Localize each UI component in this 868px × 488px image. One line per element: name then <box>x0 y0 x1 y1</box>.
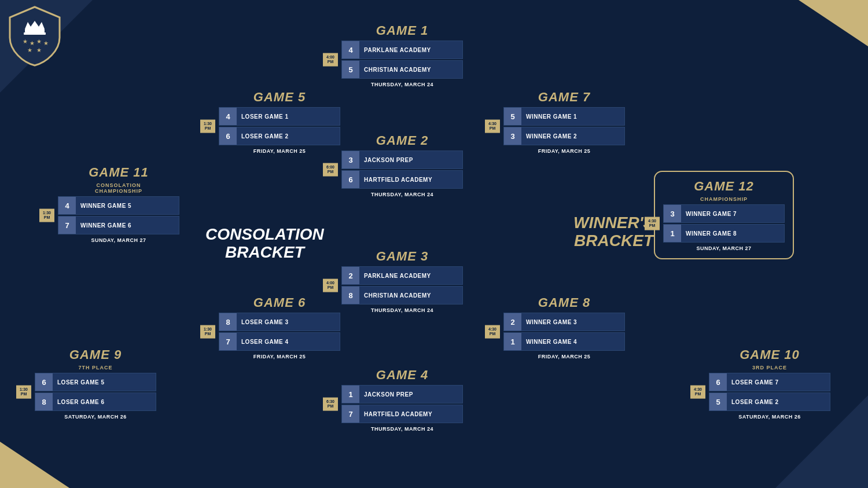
game4-title: GAME 4 <box>341 368 463 383</box>
game8-team2: 1 WINNER GAME 4 <box>503 332 625 351</box>
game10-team1: 6 LOSER GAME 7 <box>709 373 830 391</box>
game10-team2: 5 LOSER GAME 2 <box>709 392 830 411</box>
game11-title: GAME 11 <box>58 165 179 180</box>
game2-team1: 3 JACKSON PREP <box>341 151 463 169</box>
game7-block: GAME 7 4:30 PM 5 WINNER GAME 1 3 WINNER … <box>503 90 625 154</box>
game7-matchup: 4:30 PM 5 WINNER GAME 1 3 WINNER GAME 2 <box>503 107 625 145</box>
game5-title: GAME 5 <box>219 90 340 105</box>
game5-matchup: 1:30 PM 4 LOSER GAME 1 6 LOSER GAME 2 <box>219 107 340 145</box>
game3-time: 4:00 PM <box>323 279 338 292</box>
game9-team1: 6 LOSER GAME 5 <box>35 373 156 391</box>
game3-title: GAME 3 <box>341 249 463 264</box>
game3-team2: 8 CHRISTIAN ACADEMY <box>341 286 463 304</box>
game8-matchup: 4:30 PM 2 WINNER GAME 3 1 WINNER GAME 4 <box>503 313 625 351</box>
game12-team2: 1 WINNER GAME 8 <box>663 224 785 243</box>
game3-block: GAME 3 4:00 PM 2 PARKLANE ACADEMY 8 CHRI… <box>341 249 463 313</box>
game10-subtitle: 3RD PLACE <box>709 365 830 370</box>
game11-date: SUNDAY, MARCH 27 <box>58 237 179 243</box>
game7-team2: 3 WINNER GAME 2 <box>503 127 625 145</box>
game7-title: GAME 7 <box>503 90 625 105</box>
svg-rect-2 <box>24 32 46 35</box>
game3-team1: 2 PARKLANE ACADEMY <box>341 266 463 285</box>
game2-date: THURSDAY, MARCH 24 <box>341 192 463 197</box>
game11-matchup: 1:30 PM 4 WINNER GAME 5 7 WINNER GAME 6 <box>58 196 179 234</box>
game2-team2: 6 HARTFIELD ACADEMY <box>341 170 463 189</box>
game11-team1: 4 WINNER GAME 5 <box>58 196 179 215</box>
game9-team2: 8 LOSER GAME 6 <box>35 392 156 411</box>
svg-text:★: ★ <box>27 47 32 53</box>
game2-title: GAME 2 <box>341 133 463 148</box>
game12-subtitle: CHAMPIONSHIP <box>663 196 785 202</box>
winners-bracket-label: WINNER'SBRACKET <box>573 214 654 250</box>
svg-text:★: ★ <box>43 40 49 46</box>
game10-time: 4:30 PM <box>690 386 705 399</box>
game12-date: SUNDAY, MARCH 27 <box>663 245 785 251</box>
game8-title: GAME 8 <box>503 295 625 310</box>
game12-matchup: 4:30 PM 3 WINNER GAME 7 1 WINNER GAME 8 <box>663 204 785 243</box>
game5-block: GAME 5 1:30 PM 4 LOSER GAME 1 6 LOSER GA… <box>219 90 340 154</box>
game8-block: GAME 8 4:30 PM 2 WINNER GAME 3 1 WINNER … <box>503 295 625 359</box>
game12-time: 4:30 PM <box>645 217 660 230</box>
game5-team2: 6 LOSER GAME 2 <box>219 127 340 145</box>
game11-subtitle: CONSOLATION CHAMPIONSHIP <box>58 182 179 194</box>
game12-block: GAME 12 CHAMPIONSHIP 4:30 PM 3 WINNER GA… <box>654 171 794 259</box>
game10-date: SATURDAY, MARCH 26 <box>709 414 830 420</box>
game1-team1: 4 PARKLANE ACADEMY <box>341 41 463 59</box>
game5-date: FRIDAY, MARCH 25 <box>219 148 340 154</box>
corner-top-right <box>799 0 868 46</box>
svg-text:★: ★ <box>36 47 42 53</box>
game1-matchup: 4:00 PM 4 PARKLANE ACADEMY 5 CHRISTIAN A… <box>341 41 463 79</box>
game9-matchup: 1:30 PM 6 LOSER GAME 5 8 LOSER GAME 6 <box>35 373 156 411</box>
game6-team2: 7 LOSER GAME 4 <box>219 332 340 351</box>
game11-time: 1:30 PM <box>39 209 54 222</box>
game6-date: FRIDAY, MARCH 25 <box>219 354 340 359</box>
game2-matchup: 6:00 PM 3 JACKSON PREP 6 HARTFIELD ACADE… <box>341 151 463 189</box>
game8-date: FRIDAY, MARCH 25 <box>503 354 625 359</box>
game6-time: 1:30 PM <box>200 325 215 339</box>
game1-team2: 5 CHRISTIAN ACADEMY <box>341 60 463 79</box>
game9-block: GAME 9 7TH PLACE 1:30 PM 6 LOSER GAME 5 … <box>35 347 156 420</box>
game1-title: GAME 1 <box>341 23 463 38</box>
game9-subtitle: 7TH PLACE <box>35 365 156 370</box>
game1-block: GAME 1 4:00 PM 4 PARKLANE ACADEMY 5 CHRI… <box>341 23 463 87</box>
game4-team1: 1 JACKSON PREP <box>341 385 463 403</box>
game4-team2: 7 HARTFIELD ACADEMY <box>341 405 463 423</box>
game12-team1: 3 WINNER GAME 7 <box>663 204 785 223</box>
logo: ★ ★ ★ ★ ★ ★ <box>9 6 61 67</box>
game10-block: GAME 10 3RD PLACE 4:30 PM 6 LOSER GAME 7… <box>709 347 830 420</box>
svg-text:★: ★ <box>23 38 28 45</box>
game6-block: GAME 6 1:30 PM 8 LOSER GAME 3 7 LOSER GA… <box>219 295 340 359</box>
game4-block: GAME 4 6:30 PM 1 JACKSON PREP 7 HARTFIEL… <box>341 368 463 432</box>
game10-title: GAME 10 <box>709 347 830 362</box>
game6-title: GAME 6 <box>219 295 340 310</box>
game2-time: 6:00 PM <box>323 163 338 177</box>
game1-date: THURSDAY, MARCH 24 <box>341 82 463 87</box>
game5-time: 1:30 PM <box>200 120 215 133</box>
game10-matchup: 4:30 PM 6 LOSER GAME 7 5 LOSER GAME 2 <box>709 373 830 411</box>
svg-text:★: ★ <box>36 38 42 45</box>
game7-date: FRIDAY, MARCH 25 <box>503 148 625 154</box>
game4-date: THURSDAY, MARCH 24 <box>341 426 463 432</box>
game11-block: GAME 11 CONSOLATION CHAMPIONSHIP 1:30 PM… <box>58 165 179 243</box>
game11-team2: 7 WINNER GAME 6 <box>58 216 179 234</box>
game8-team1: 2 WINNER GAME 3 <box>503 313 625 331</box>
consolation-bracket-label: CONSOLATIONBRACKET <box>205 226 324 262</box>
game3-matchup: 4:00 PM 2 PARKLANE ACADEMY 8 CHRISTIAN A… <box>341 266 463 304</box>
game2-block: GAME 2 6:00 PM 3 JACKSON PREP 6 HARTFIEL… <box>341 133 463 197</box>
game12-title: GAME 12 <box>663 179 785 194</box>
corner-bottom-left <box>0 442 69 488</box>
game9-title: GAME 9 <box>35 347 156 362</box>
game4-time: 6:30 PM <box>323 398 338 411</box>
svg-text:★: ★ <box>30 40 35 46</box>
game6-team1: 8 LOSER GAME 3 <box>219 313 340 331</box>
game7-team1: 5 WINNER GAME 1 <box>503 107 625 126</box>
game3-date: THURSDAY, MARCH 24 <box>341 307 463 313</box>
game5-team1: 4 LOSER GAME 1 <box>219 107 340 126</box>
game9-time: 1:30 PM <box>16 386 31 399</box>
game7-time: 4:30 PM <box>485 120 500 133</box>
game6-matchup: 1:30 PM 8 LOSER GAME 3 7 LOSER GAME 4 <box>219 313 340 351</box>
game1-time: 4:00 PM <box>323 53 338 67</box>
game8-time: 4:30 PM <box>485 325 500 339</box>
game9-date: SATURDAY, MARCH 26 <box>35 414 156 420</box>
game4-matchup: 6:30 PM 1 JACKSON PREP 7 HARTFIELD ACADE… <box>341 385 463 423</box>
